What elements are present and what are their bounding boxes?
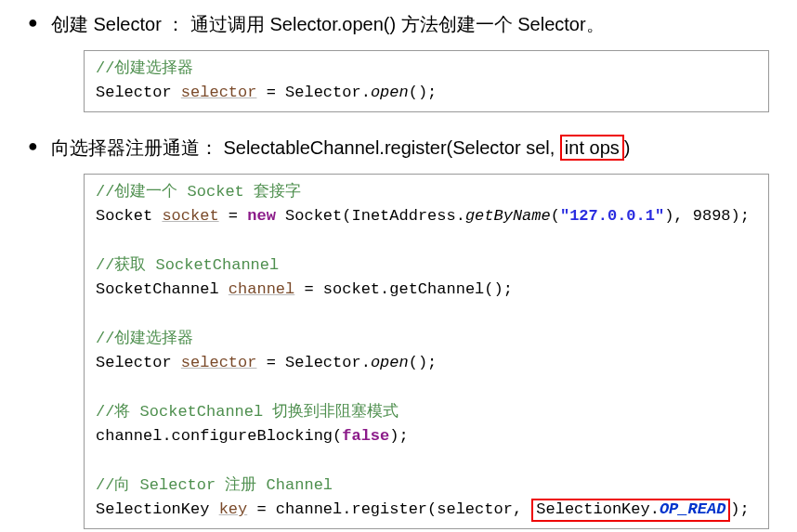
- bullet-row: ●创建 Selector ： 通过调用 Selector.open() 方法创建…: [28, 9, 769, 39]
- code-token-plain: ), 9898);: [664, 207, 750, 225]
- code-token-static: open: [371, 84, 409, 101]
- code-line: //获取 SocketChannel: [96, 253, 757, 278]
- code-block: //创建选择器Selector selector = Selector.open…: [84, 50, 769, 112]
- bullet-text-pre: 创建 Selector ： 通过调用 Selector.open() 方法创建一…: [51, 14, 605, 34]
- list-item: ●创建 Selector ： 通过调用 Selector.open() 方法创建…: [28, 9, 769, 112]
- code-line: //将 SocketChannel 切换到非阻塞模式: [96, 400, 757, 424]
- code-line: Selector selector = Selector.open();: [96, 351, 757, 375]
- code-token-plain: = Selector.: [256, 354, 370, 371]
- bullet-text: 向选择器注册通道： SelectableChannel.register(Sel…: [51, 133, 631, 162]
- code-line: Selector selector = Selector.open();: [96, 81, 757, 105]
- code-line: [96, 375, 757, 399]
- bullet-text-post: ): [624, 137, 631, 158]
- code-token-plain: ();: [409, 84, 438, 101]
- code-token-var: socket: [162, 207, 218, 225]
- code-token-plain: );: [730, 500, 749, 518]
- code-token-plain: =: [219, 207, 248, 225]
- code-token-type: SelectionKey: [96, 500, 219, 518]
- bullet-text-pre: 向选择器注册通道： SelectableChannel.register(Sel…: [51, 137, 560, 158]
- bullet-text: 创建 Selector ： 通过调用 Selector.open() 方法创建一…: [51, 9, 605, 39]
- code-line: Socket socket = new Socket(InetAddress.g…: [96, 204, 757, 228]
- bullet-icon: ●: [28, 133, 38, 160]
- bullet-icon: ●: [28, 9, 38, 36]
- code-line: //创建选择器: [96, 57, 757, 81]
- code-line: [96, 302, 757, 326]
- code-token-type: Selector: [96, 84, 181, 101]
- code-token-static: open: [371, 354, 409, 371]
- code-token-plain: channel.configureBlocking(: [96, 427, 342, 445]
- highlight-box: int ops: [560, 135, 624, 161]
- code-token-var: key: [219, 500, 248, 518]
- code-token-comment: //创建选择器: [96, 59, 193, 77]
- bullet-row: ●向选择器注册通道： SelectableChannel.register(Se…: [28, 133, 769, 162]
- code-token-var: selector: [181, 354, 257, 371]
- code-token-type: Selector: [96, 354, 181, 371]
- code-line: SelectionKey key = channel.register(sele…: [96, 498, 757, 522]
- code-line: //创建选择器: [96, 327, 757, 351]
- highlight-box: SelectionKey.OP_READ: [531, 499, 730, 521]
- code-line: SocketChannel channel = socket.getChanne…: [96, 278, 757, 302]
- code-token-string: "127.0.0.1": [560, 207, 664, 225]
- code-token-type: Socket: [96, 207, 162, 225]
- code-line: //向 Selector 注册 Channel: [96, 474, 757, 498]
- code-token-comment: //向 Selector 注册 Channel: [96, 476, 333, 494]
- code-token-var: selector: [181, 84, 257, 101]
- code-token-plain: = socket.getChannel();: [294, 280, 513, 298]
- code-token-const: OP_READ: [660, 500, 725, 518]
- code-token-comment: //将 SocketChannel 切换到非阻塞模式: [96, 403, 398, 421]
- code-token-bool: false: [342, 427, 389, 445]
- code-block: //创建一个 Socket 套接字Socket socket = new Soc…: [84, 174, 769, 529]
- code-token-plain: );: [389, 427, 408, 445]
- code-token-plain: (: [551, 207, 560, 225]
- code-line: [96, 448, 757, 473]
- code-token-plain: Socket(InetAddress.: [276, 207, 465, 225]
- code-token-plain: = channel.register(selector,: [247, 500, 531, 518]
- code-token-comment: //创建一个 Socket 套接字: [96, 183, 301, 201]
- code-token-comment: //创建选择器: [96, 330, 193, 347]
- code-line: //创建一个 Socket 套接字: [96, 180, 757, 204]
- code-line: [96, 228, 757, 253]
- code-line: channel.configureBlocking(false);: [96, 424, 757, 448]
- code-token-keyword: new: [247, 207, 276, 225]
- code-token-type: SocketChannel: [96, 280, 229, 298]
- code-token-static: getByName: [465, 207, 551, 225]
- list-item: ●向选择器注册通道： SelectableChannel.register(Se…: [28, 133, 769, 529]
- code-token-plain: SelectionKey.: [536, 500, 660, 518]
- code-token-plain: = Selector.: [256, 84, 370, 101]
- code-token-var: channel: [229, 280, 294, 298]
- code-token-plain: ();: [409, 354, 438, 371]
- code-token-comment: //获取 SocketChannel: [96, 256, 279, 274]
